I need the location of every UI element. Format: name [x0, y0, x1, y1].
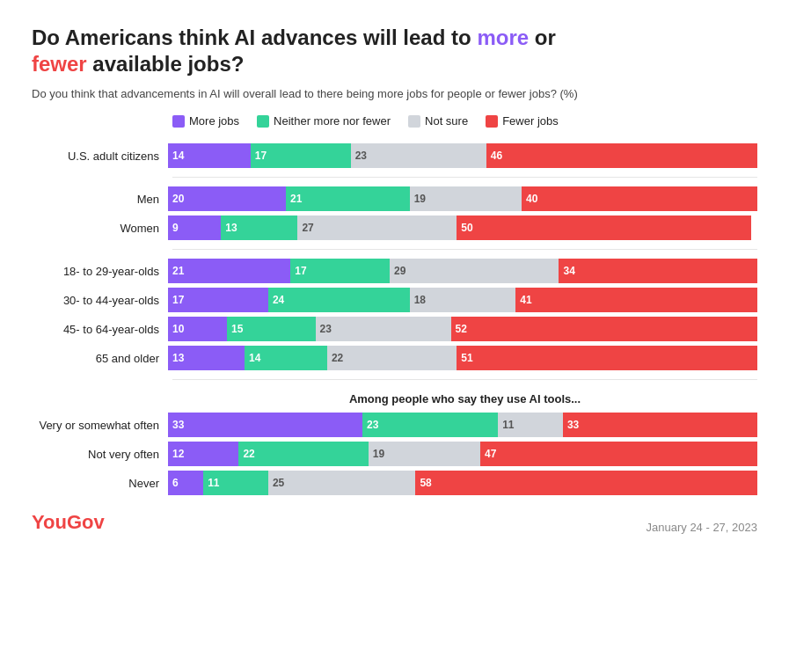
row-label: 45- to 64-year-olds — [32, 323, 168, 336]
title-fewer: fewer — [32, 52, 87, 76]
row-label: U.S. adult citizens — [32, 150, 168, 163]
bar-row: Very or somewhat often33231133 — [32, 413, 757, 437]
bar-track: 13142251 — [168, 346, 757, 370]
bar-track: 9132750 — [168, 215, 757, 240]
bar-track: 17241841 — [168, 288, 757, 312]
row-label: Men — [32, 193, 168, 206]
row-label: 18- to 29-year-olds — [32, 265, 168, 278]
legend: More jobsNeither more nor fewerNot sureF… — [172, 114, 757, 128]
legend-item: More jobs — [172, 114, 239, 128]
bar-segment: 47 — [480, 442, 757, 466]
bar-segment: 29 — [390, 259, 559, 283]
divider — [172, 177, 757, 178]
title-middle: or — [529, 26, 556, 49]
bar-segment: 13 — [221, 215, 297, 240]
bar-track: 20211940 — [168, 186, 757, 211]
bar-segment: 9 — [168, 215, 221, 240]
bar-segment: 33 — [168, 413, 362, 437]
title-suffix: available jobs? — [87, 52, 245, 76]
bar-row: 45- to 64-year-olds10152352 — [32, 317, 757, 341]
bar-segment: 52 — [451, 317, 757, 341]
date-label: January 24 - 27, 2023 — [647, 521, 757, 534]
legend-item: Not sure — [408, 114, 468, 128]
bar-segment: 51 — [457, 346, 757, 370]
legend-item: Neither more nor fewer — [257, 114, 391, 128]
bar-segment: 22 — [238, 442, 368, 466]
bar-segment: 24 — [268, 288, 410, 312]
bar-segment: 21 — [168, 259, 290, 283]
bar-row: Not very often12221947 — [32, 442, 757, 466]
bar-segment: 23 — [351, 143, 486, 168]
bar-row: 30- to 44-year-olds17241841 — [32, 288, 757, 312]
chart: U.S. adult citizens14172346Men20211940Wo… — [32, 143, 757, 495]
bar-segment: 14 — [245, 346, 327, 370]
bar-segment: 6 — [168, 471, 203, 495]
bar-row: Men20211940 — [32, 186, 757, 211]
bar-segment: 15 — [227, 317, 316, 341]
bar-segment: 10 — [168, 317, 227, 341]
row-label: Not very often — [32, 448, 168, 461]
bar-segment: 21 — [286, 186, 410, 211]
bar-segment: 13 — [168, 346, 245, 370]
bar-track: 12221947 — [168, 442, 757, 466]
bar-segment: 50 — [457, 215, 751, 240]
title-prefix: Do Americans think AI advances will lead… — [32, 26, 477, 49]
bar-segment: 22 — [327, 346, 457, 370]
bar-segment: 40 — [522, 186, 757, 211]
bar-segment: 23 — [316, 317, 451, 341]
bar-track: 10152352 — [168, 317, 757, 341]
bar-segment: 19 — [369, 442, 480, 466]
section-label: Among people who say they use AI tools..… — [172, 392, 757, 405]
divider — [172, 379, 757, 380]
bar-segment: 20 — [168, 186, 286, 211]
bar-row: 65 and older13142251 — [32, 346, 757, 370]
bar-segment: 46 — [486, 143, 757, 168]
yougov-logo: YouGov — [32, 511, 105, 534]
legend-item: Fewer jobs — [486, 114, 559, 128]
bar-segment: 33 — [563, 413, 757, 437]
page-title: Do Americans think AI advances will lead… — [32, 25, 757, 77]
row-label: Women — [32, 222, 168, 235]
bar-segment: 41 — [515, 288, 757, 312]
bar-track: 33231133 — [168, 413, 757, 437]
subtitle: Do you think that advancements in AI wil… — [32, 86, 757, 102]
bar-segment: 18 — [410, 288, 516, 312]
bar-segment: 17 — [168, 288, 268, 312]
bar-segment: 11 — [498, 413, 563, 437]
bar-segment: 25 — [268, 471, 416, 495]
row-label: Very or somewhat often — [32, 419, 168, 432]
bar-track: 6112558 — [168, 471, 757, 495]
bar-row: 18- to 29-year-olds21172934 — [32, 259, 757, 283]
bar-segment: 12 — [168, 442, 238, 466]
bar-row: Women9132750 — [32, 215, 757, 240]
row-label: Never — [32, 477, 168, 490]
bar-segment: 14 — [168, 143, 251, 168]
bar-track: 14172346 — [168, 143, 757, 168]
bar-row: U.S. adult citizens14172346 — [32, 143, 757, 168]
footer: YouGov January 24 - 27, 2023 — [32, 511, 757, 534]
bar-row: Never6112558 — [32, 471, 757, 495]
row-label: 65 and older — [32, 352, 168, 365]
bar-segment: 34 — [559, 259, 757, 283]
bar-track: 21172934 — [168, 259, 757, 283]
title-more: more — [477, 26, 529, 49]
divider — [172, 249, 757, 250]
bar-segment: 27 — [297, 215, 457, 240]
bar-segment: 58 — [415, 471, 757, 495]
bar-segment: 17 — [290, 259, 390, 283]
bar-segment: 23 — [362, 413, 498, 437]
bar-segment: 19 — [410, 186, 522, 211]
bar-segment: 11 — [203, 471, 268, 495]
row-label: 30- to 44-year-olds — [32, 294, 168, 307]
bar-segment: 17 — [251, 143, 351, 168]
